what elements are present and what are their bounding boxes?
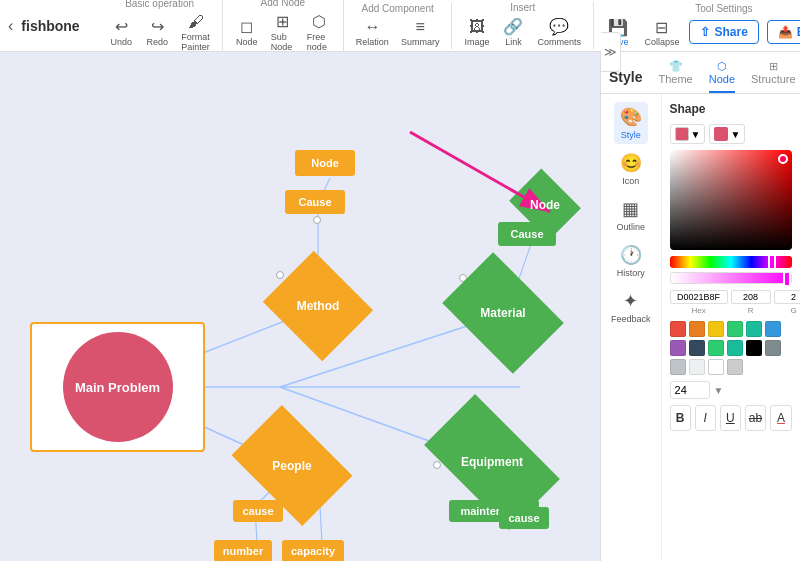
style-nav-button[interactable]: 🎨 Style xyxy=(614,102,648,144)
alpha-slider[interactable] xyxy=(670,272,792,284)
preset-yellow[interactable] xyxy=(708,321,724,337)
capacity-label: capacity xyxy=(291,545,335,557)
relation-button[interactable]: ↔ Relation xyxy=(352,16,393,49)
g-input-box: G xyxy=(774,290,800,315)
main-problem-node[interactable]: Main Problem xyxy=(30,322,205,452)
cause3[interactable]: cause xyxy=(233,500,283,522)
underline-button[interactable]: U xyxy=(720,405,741,431)
method-node[interactable]: Method xyxy=(268,270,368,342)
tab-structure[interactable]: ⊞ Structure xyxy=(751,60,796,93)
undo-label: Undo xyxy=(111,37,133,47)
font-color-button[interactable]: A xyxy=(770,405,792,431)
preset-blue[interactable] xyxy=(765,321,781,337)
hue-slider[interactable] xyxy=(670,256,792,268)
tab-node[interactable]: ⬡ Node xyxy=(709,60,735,93)
feedback-icon: ✦ xyxy=(623,290,638,312)
preset-very-light[interactable] xyxy=(689,359,705,375)
smiley-icon: 😊 xyxy=(620,152,642,174)
preset-purple[interactable] xyxy=(670,340,686,356)
cause4[interactable]: cause xyxy=(499,507,549,529)
share-button[interactable]: ⇧ Share xyxy=(689,20,758,44)
history-nav-button[interactable]: 🕐 History xyxy=(611,240,651,282)
fill-color-button[interactable]: ▼ xyxy=(670,124,706,144)
redo-label: Redo xyxy=(147,37,169,47)
stroke-color-button[interactable]: ▼ xyxy=(709,124,745,144)
g-input[interactable] xyxy=(774,290,800,304)
cause1-label: Cause xyxy=(298,196,331,208)
capacity[interactable]: capacity xyxy=(282,540,344,561)
feedback-nav-button[interactable]: ✦ Feedback xyxy=(605,286,657,328)
export-button[interactable]: 📤 Export xyxy=(767,20,800,44)
node2[interactable]: Node xyxy=(500,172,590,237)
gradient-cursor xyxy=(778,154,788,164)
comments-button[interactable]: 💬 Comments xyxy=(533,15,585,49)
bold-button[interactable]: B xyxy=(670,405,691,431)
tab-node-label: Node xyxy=(709,73,735,85)
cause1[interactable]: Cause xyxy=(285,190,345,214)
undo-button[interactable]: ↩ Undo xyxy=(105,15,137,49)
icon-nav-button[interactable]: 😊 Icon xyxy=(614,148,648,190)
color-swatch-row: ▼ ▼ xyxy=(670,124,792,144)
number[interactable]: number xyxy=(214,540,272,561)
hex-input[interactable] xyxy=(670,290,728,304)
link-button[interactable]: 🔗 Link xyxy=(497,15,529,49)
svg-line-12 xyxy=(320,506,322,543)
preset-dark-blue[interactable] xyxy=(689,340,705,356)
people-node[interactable]: People xyxy=(238,428,346,503)
equipment-node[interactable]: Equipment xyxy=(427,422,557,502)
dot1 xyxy=(313,216,321,224)
summary-button[interactable]: ≡ Summary xyxy=(397,16,444,49)
format-painter-button[interactable]: 🖌 Format Painter xyxy=(177,11,214,54)
r-label: R xyxy=(748,306,754,315)
canvas[interactable]: Main Problem Node Cause Method Node xyxy=(0,52,600,561)
share-icon: ⇧ xyxy=(700,25,710,39)
right-panel: ≫ Style 👕 Theme ⬡ Node ⊞ Structure 🎨 xyxy=(600,52,800,561)
collapse-button[interactable]: ⊟ Collapse xyxy=(638,16,685,49)
redo-button[interactable]: ↪ Redo xyxy=(141,15,173,49)
insert-label: Insert xyxy=(510,2,535,13)
font-size-input[interactable] xyxy=(670,381,710,399)
strikethrough-button[interactable]: ab xyxy=(745,405,766,431)
node1-label: Node xyxy=(311,157,339,169)
sub-node-icon: ⊞ xyxy=(276,12,289,31)
preset-orange[interactable] xyxy=(689,321,705,337)
free-node-button[interactable]: ⬡ Free node xyxy=(303,10,335,54)
image-button[interactable]: 🖼 Image xyxy=(460,16,493,49)
g-label: G xyxy=(790,306,796,315)
node1[interactable]: Node xyxy=(295,150,355,176)
preset-white[interactable] xyxy=(708,359,724,375)
color-gradient[interactable] xyxy=(670,150,792,250)
free-node-label: Free node xyxy=(307,32,331,52)
material-node[interactable]: Material xyxy=(443,274,563,352)
preset-silver[interactable] xyxy=(727,359,743,375)
shape-section-title: Shape xyxy=(670,102,792,116)
image-icon: 🖼 xyxy=(469,18,485,36)
outline-nav-button[interactable]: ▦ Outline xyxy=(611,194,652,236)
r-input[interactable] xyxy=(731,290,771,304)
node-button[interactable]: ◻ Node xyxy=(231,15,263,49)
node-label: Node xyxy=(236,37,258,47)
image-label: Image xyxy=(464,37,489,47)
preset-gray[interactable] xyxy=(765,340,781,356)
italic-icon: I xyxy=(704,411,707,425)
preset-red[interactable] xyxy=(670,321,686,337)
expand-panel-button[interactable]: ≫ xyxy=(601,32,621,72)
preset-black[interactable] xyxy=(746,340,762,356)
preset-teal[interactable] xyxy=(746,321,762,337)
comments-label: Comments xyxy=(537,37,581,47)
italic-button[interactable]: I xyxy=(695,405,716,431)
main-problem-label: Main Problem xyxy=(71,376,164,399)
node2-label: Node xyxy=(530,198,560,212)
preset-green2[interactable] xyxy=(708,340,724,356)
toolbar: ‹ fishbone Basic operation ↩ Undo ↪ Redo… xyxy=(0,0,800,52)
panel-content: Shape ▼ ▼ xyxy=(662,94,800,561)
app-title: fishbone xyxy=(21,18,101,34)
preset-light-gray[interactable] xyxy=(670,359,686,375)
tool-settings-label: Tool Settings xyxy=(695,3,752,14)
comments-icon: 💬 xyxy=(549,17,569,36)
preset-teal2[interactable] xyxy=(727,340,743,356)
tab-theme[interactable]: 👕 Theme xyxy=(658,60,692,93)
sub-node-button[interactable]: ⊞ Sub Node xyxy=(267,10,299,54)
preset-green[interactable] xyxy=(727,321,743,337)
back-button[interactable]: ‹ xyxy=(8,17,13,35)
